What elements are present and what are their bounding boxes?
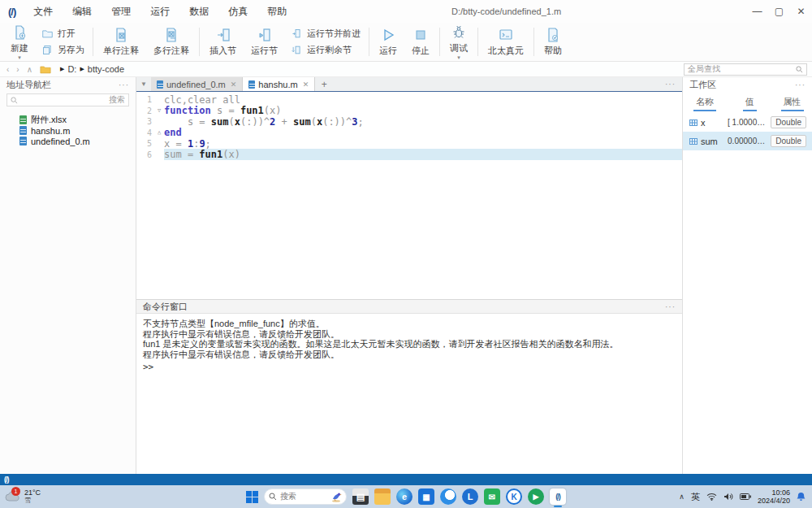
file-list-item[interactable]: hanshu.m (0, 125, 136, 136)
m-file-icon (248, 80, 255, 89)
tab-close-icon[interactable]: ✕ (231, 80, 237, 89)
run-remaining-button[interactable]: 运行剩余节 (291, 44, 361, 56)
menu-item[interactable]: 帮助 (257, 5, 296, 19)
column-header-attr[interactable]: 属性 (781, 96, 804, 111)
variable-type-badge: Double (771, 116, 806, 128)
fold-marker-icon[interactable]: ▽ (154, 107, 164, 114)
menu-item[interactable]: 仿真 (218, 5, 257, 19)
run-section-advance-button[interactable]: 运行节并前进 (291, 28, 361, 40)
menu-item[interactable]: 管理 (102, 5, 140, 19)
speaker-icon[interactable] (723, 493, 733, 501)
open-button[interactable]: 打开 (41, 28, 84, 40)
app-logo-icon: (/) (8, 6, 15, 18)
line-number: 6 (136, 150, 154, 159)
matrix-variable-icon (689, 119, 698, 127)
command-prompt[interactable]: >> (143, 362, 676, 372)
wifi-icon[interactable] (706, 493, 717, 501)
code-line[interactable]: 5x = 1:9; (136, 138, 682, 150)
run-section-button[interactable]: 运行节 (244, 24, 285, 60)
taskbar-app-icon[interactable]: ✉ (484, 488, 500, 505)
workspace-menu-button[interactable]: ··· (795, 80, 806, 89)
new-file-button[interactable]: 新建 ▾ (3, 24, 36, 60)
tab-menu-button[interactable]: ··· (665, 77, 682, 91)
debug-dropdown-caret-icon[interactable]: ▾ (457, 56, 460, 59)
input-language-indicator[interactable]: 英 (691, 491, 700, 503)
run-icon (380, 27, 396, 43)
breadcrumb-drive[interactable]: D: (67, 64, 76, 74)
taskbar-search-input[interactable]: 搜索 (264, 488, 347, 505)
nav-forward-icon[interactable]: › (16, 65, 19, 74)
start-button[interactable] (246, 491, 258, 503)
file-list-item[interactable]: undefined_0.m (0, 136, 136, 146)
editor-tab[interactable]: hanshu.m ✕ (243, 77, 315, 91)
editor-tab[interactable]: undefined_0.m ✕ (151, 77, 243, 91)
baltam-button[interactable]: 北太真元 (481, 24, 531, 60)
breadcrumb-folder[interactable]: btty-code (88, 64, 124, 74)
weather-widget[interactable]: 1 21°C 雪 (0, 489, 41, 504)
workspace-variable-row[interactable]: x [ 1.0000… Double (683, 113, 812, 132)
variable-name: sum (701, 137, 728, 146)
file-list-item[interactable]: 附件.xlsx (0, 115, 136, 125)
help-icon (545, 27, 561, 43)
column-header-value[interactable]: 值 (743, 96, 757, 111)
code-line[interactable]: 2▽function s = fun1(x) (136, 106, 682, 117)
tab-close-icon[interactable]: ✕ (303, 80, 309, 89)
command-output[interactable]: 不支持节点类型【node_mfile_func】的求值。程序执行中显示有错误信息… (136, 314, 682, 474)
sidebar-menu-button[interactable]: ··· (119, 80, 129, 89)
file-list: 附件.xlsx hanshu.m undefined_0.m (0, 115, 136, 146)
m-file-icon (157, 80, 163, 89)
sidebar-search-input[interactable]: 搜索 (6, 93, 129, 106)
menu-item[interactable]: 数据 (179, 5, 218, 19)
insert-section-button[interactable]: 插入节 (202, 24, 244, 60)
multi-line-comment-button[interactable]: 多行注释 (146, 24, 197, 60)
command-window-menu-button[interactable]: ··· (665, 302, 676, 311)
taskbar-app-icon[interactable]: e (396, 488, 412, 505)
fold-marker-icon[interactable]: △ (154, 129, 164, 136)
menu-item[interactable]: 文件 (24, 5, 63, 19)
debug-button[interactable]: 调试 ▾ (443, 24, 475, 60)
nav-back-icon[interactable]: ‹ (6, 65, 9, 74)
code-line[interactable]: 4△end (136, 128, 682, 139)
code-line[interactable]: 6sum = fun1(x) (136, 150, 682, 161)
run-button[interactable]: 运行 (372, 24, 404, 60)
clock[interactable]: 10:06 2024/4/20 (758, 488, 790, 505)
taskbar-app-icon[interactable]: ▦ (418, 488, 434, 505)
taskbar-app-icon[interactable]: L (462, 488, 478, 505)
taskbar-app-icon[interactable]: ▶ (528, 488, 544, 505)
new-tab-button[interactable]: + (315, 77, 333, 91)
code-editor[interactable]: 1clc,clear all2▽function s = fun1(x)3 s … (136, 92, 682, 299)
single-line-comment-button[interactable]: 单行注释 (96, 24, 146, 60)
search-highlight-bird-icon (330, 492, 342, 502)
code-line[interactable]: 3 s = sum(x(:))^2 + sum(x(:))^3; (136, 116, 682, 128)
multi-comment-icon (163, 27, 179, 43)
battery-icon[interactable] (740, 493, 751, 500)
close-button[interactable]: ✕ (790, 0, 812, 23)
nav-up-icon[interactable]: ∧ (27, 65, 32, 74)
code-line[interactable]: 1clc,clear all (136, 94, 682, 106)
command-window-title: 命令行窗口 (143, 301, 188, 313)
menu-item[interactable]: 运行 (140, 5, 179, 19)
menu-item[interactable]: 编辑 (63, 5, 102, 19)
line-number: 2 (136, 106, 154, 115)
save-as-button[interactable]: 另存为 (41, 44, 84, 56)
taskbar-app-icon[interactable] (374, 488, 391, 505)
app-window: (/) 文件编辑管理运行数据仿真帮助 D:/btty-code/undefine… (0, 0, 812, 485)
tray-time: 10:06 (771, 488, 790, 497)
tab-list-chevron-icon[interactable]: ▼ (136, 77, 151, 91)
run-section-icon (257, 27, 273, 43)
taskbar-app-icon[interactable]: ▤ (352, 488, 369, 505)
help-button[interactable]: 帮助 (537, 24, 569, 60)
tray-chevron-icon[interactable]: ∧ (679, 493, 685, 501)
code-text: function s = fun1(x) (164, 105, 682, 116)
global-search-input[interactable]: 全局查找 (684, 63, 807, 76)
taskbar-app-icon[interactable]: K (506, 488, 522, 505)
stop-button[interactable]: 停止 (404, 24, 437, 60)
column-header-name[interactable]: 名称 (693, 96, 716, 111)
new-dropdown-caret-icon[interactable]: ▾ (18, 56, 21, 59)
minimize-button[interactable]: — (746, 0, 768, 23)
notification-bell-icon[interactable] (797, 492, 806, 501)
taskbar-app-icon[interactable]: (/) (550, 488, 566, 505)
taskbar-app-icon[interactable] (440, 488, 456, 505)
workspace-variable-row[interactable]: sum 0.00000… Double (683, 132, 812, 150)
maximize-button[interactable]: ▢ (768, 0, 790, 23)
